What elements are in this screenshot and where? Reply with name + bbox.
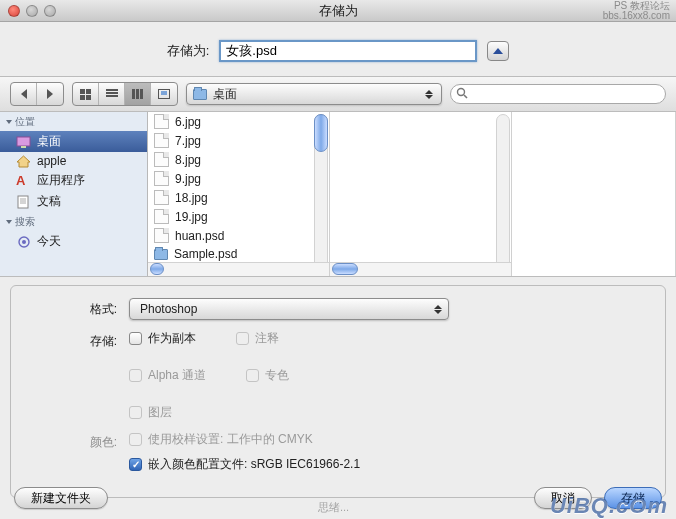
save-as-row: 存储为:: [0, 22, 676, 76]
file-name: 6.jpg: [175, 115, 201, 129]
location-label: 桌面: [213, 86, 237, 103]
sidebar-item-label: 文稿: [37, 193, 61, 210]
checkbox-label: 图层: [148, 404, 172, 421]
scrollbar-track[interactable]: [496, 114, 510, 274]
updown-icon: [421, 90, 437, 99]
chevron-up-icon: [493, 48, 503, 54]
folder-icon: [154, 249, 168, 260]
file-row[interactable]: 8.jpg: [148, 150, 329, 169]
h-scroll-thumb[interactable]: [332, 263, 358, 275]
checkbox-embed-profile[interactable]: 嵌入颜色配置文件: sRGB IEC61966-2.1: [129, 456, 649, 473]
format-dropdown[interactable]: Photoshop: [129, 298, 449, 320]
checkbox-label: 使用校样设置: 工作中的 CMYK: [148, 431, 313, 448]
checkbox-icon: [129, 433, 142, 446]
svg-line-1: [464, 95, 467, 98]
checkbox-spot: 专色: [246, 367, 289, 384]
checkbox-label: 专色: [265, 367, 289, 384]
column-view-icon: [132, 89, 144, 99]
view-icon-button[interactable]: [73, 83, 99, 105]
checkbox-icon: [236, 332, 249, 345]
file-row[interactable]: 9.jpg: [148, 169, 329, 188]
list-view-icon: [106, 89, 118, 99]
svg-point-11: [22, 240, 26, 244]
h-scrollbar[interactable]: [330, 262, 511, 276]
file-row[interactable]: Sample.psd▶: [148, 245, 329, 263]
scrollbar-thumb[interactable]: [314, 114, 328, 152]
file-icon: [154, 190, 169, 205]
h-scroll-thumb[interactable]: [150, 263, 164, 275]
view-list-button[interactable]: [99, 83, 125, 105]
sidebar: 位置 桌面 apple A 应用程序 文稿 搜索 今天: [0, 112, 148, 276]
sidebar-section-places[interactable]: 位置: [0, 112, 147, 131]
nav-forward-button[interactable]: [37, 83, 63, 105]
checkbox-as-copy[interactable]: 作为副本: [129, 330, 196, 347]
sidebar-item-applications[interactable]: A 应用程序: [0, 170, 147, 191]
file-row[interactable]: 6.jpg: [148, 112, 329, 131]
file-column-2: [330, 112, 512, 276]
checkbox-proof: 使用校样设置: 工作中的 CMYK: [129, 431, 649, 448]
file-row[interactable]: huan.psd: [148, 226, 329, 245]
location-dropdown[interactable]: 桌面: [186, 83, 442, 105]
nav-back-button[interactable]: [11, 83, 37, 105]
file-name: 18.jpg: [175, 191, 208, 205]
svg-rect-6: [18, 196, 28, 208]
file-icon: [154, 209, 169, 224]
file-row[interactable]: 18.jpg: [148, 188, 329, 207]
file-row[interactable]: 19.jpg: [148, 207, 329, 226]
chevron-down-icon: [6, 220, 12, 224]
smart-search-icon: [16, 235, 31, 248]
sidebar-item-label: 今天: [37, 233, 61, 250]
new-folder-button[interactable]: 新建文件夹: [14, 487, 108, 509]
view-coverflow-button[interactable]: [151, 83, 177, 105]
cancel-button[interactable]: 取消: [534, 487, 592, 509]
svg-rect-3: [21, 146, 26, 148]
svg-point-0: [458, 89, 465, 96]
store-label: 存储:: [27, 330, 129, 350]
file-column-3: [512, 112, 676, 276]
file-name: 7.jpg: [175, 134, 201, 148]
view-column-button[interactable]: [125, 83, 151, 105]
checkbox-label: Alpha 通道: [148, 367, 206, 384]
sidebar-section-search[interactable]: 搜索: [0, 212, 147, 231]
sidebar-item-label: 应用程序: [37, 172, 85, 189]
checkbox-icon: [129, 406, 142, 419]
sidebar-item-desktop[interactable]: 桌面: [0, 131, 147, 152]
file-name: huan.psd: [175, 229, 224, 243]
file-icon: [154, 133, 169, 148]
sidebar-item-documents[interactable]: 文稿: [0, 191, 147, 212]
file-row[interactable]: 7.jpg: [148, 131, 329, 150]
save-button[interactable]: 存储: [604, 487, 662, 509]
file-name: Sample.psd: [174, 247, 237, 261]
file-column-1: 6.jpg7.jpg8.jpg9.jpg18.jpg19.jpghuan.psd…: [148, 112, 330, 276]
sidebar-item-today[interactable]: 今天: [0, 231, 147, 252]
file-icon: [154, 171, 169, 186]
browser-toolbar: 桌面: [0, 76, 676, 112]
checkbox-alpha: Alpha 通道: [129, 367, 206, 384]
h-scrollbar[interactable]: [148, 262, 329, 276]
search-input[interactable]: [450, 84, 666, 104]
filename-input[interactable]: [219, 40, 477, 62]
checkbox-label: 嵌入颜色配置文件: sRGB IEC61966-2.1: [148, 456, 360, 473]
checkbox-icon: [129, 369, 142, 382]
home-icon: [16, 155, 31, 168]
checkbox-checked-icon: [129, 458, 142, 471]
applications-icon: A: [16, 174, 31, 187]
file-name: 19.jpg: [175, 210, 208, 224]
file-icon: [154, 152, 169, 167]
watermark-top: PS 教程论坛 bbs.16xx8.com: [603, 1, 670, 21]
arrow-right-icon: [47, 89, 53, 99]
disclosure-toggle-button[interactable]: [487, 41, 509, 61]
chevron-down-icon: [6, 120, 12, 124]
file-icon: [154, 114, 169, 129]
bottom-bar: 新建文件夹 取消 存储: [0, 477, 676, 519]
desktop-icon: [16, 135, 31, 148]
folder-icon: [193, 89, 207, 100]
view-mode-segment: [72, 82, 178, 106]
file-name: 8.jpg: [175, 153, 201, 167]
sidebar-item-home[interactable]: apple: [0, 152, 147, 170]
svg-marker-4: [17, 156, 30, 167]
search-icon: [456, 87, 468, 99]
checkbox-label: 注释: [255, 330, 279, 347]
file-browser: 位置 桌面 apple A 应用程序 文稿 搜索 今天 6.jpg7.jpg8.…: [0, 112, 676, 277]
sidebar-item-label: 桌面: [37, 133, 61, 150]
